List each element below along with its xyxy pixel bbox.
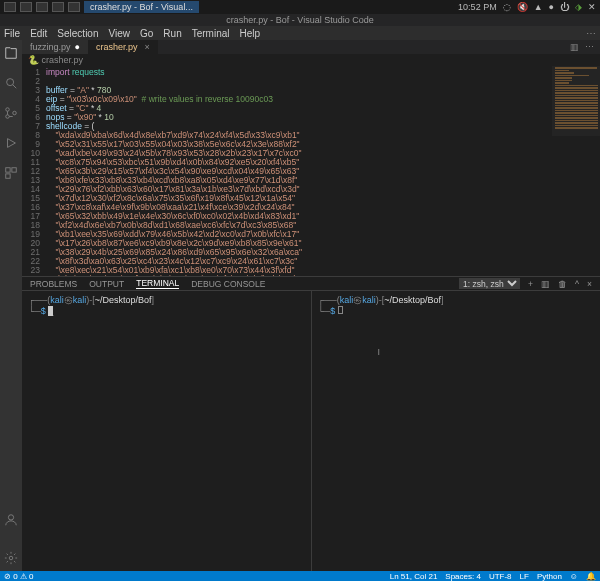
svg-point-2	[6, 115, 10, 119]
menu-view[interactable]: View	[109, 28, 131, 39]
window-title: crasher.py - Bof - Visual Studio Code	[0, 14, 600, 26]
activity-settings-icon[interactable]	[4, 551, 18, 565]
taskbar-app-vscode[interactable]: crasher.py - Bof - Visual...	[84, 1, 199, 13]
menu-selection[interactable]: Selection	[57, 28, 98, 39]
tray-icon[interactable]: ▲	[534, 2, 543, 12]
activity-account-icon[interactable]	[4, 513, 18, 527]
menu-bar: File Edit Selection View Go Run Terminal…	[0, 26, 600, 40]
svg-rect-4	[6, 168, 10, 172]
terminal-selector[interactable]: 1: zsh, zsh	[459, 278, 520, 289]
status-eol[interactable]: LF	[520, 572, 529, 581]
terminal-prompt: ┌──(kali㉿kali)-[~/Desktop/Bof]	[28, 295, 305, 306]
modified-dot-icon: ●	[75, 40, 80, 54]
minimap[interactable]	[552, 66, 600, 136]
code-editor[interactable]: 1234567891011121314151617181920212223242…	[22, 66, 600, 276]
breadcrumb[interactable]: 🐍 crasher.py	[22, 54, 600, 66]
tray-icon[interactable]: ✕	[588, 2, 596, 12]
panel-tabs: PROBLEMS OUTPUT TERMINAL DEBUG CONSOLE 1…	[22, 277, 600, 291]
svg-point-7	[8, 515, 13, 520]
menu-edit[interactable]: Edit	[30, 28, 47, 39]
terminal-container: ┌──(kali㉿kali)-[~/Desktop/Bof] └─$ _ ┌──…	[22, 291, 600, 571]
activity-explorer-icon[interactable]	[4, 46, 18, 60]
tray-icon[interactable]: ⏻	[560, 2, 569, 12]
taskbar-left: crasher.py - Bof - Visual...	[4, 1, 199, 13]
taskbar-right: 10:52 PM ◌ 🔇 ▲ ● ⏻ ⬗ ✕	[458, 2, 596, 12]
bottom-panel: PROBLEMS OUTPUT TERMINAL DEBUG CONSOLE 1…	[22, 276, 600, 571]
tray-icon[interactable]: ●	[549, 2, 554, 12]
taskbar-clock: 10:52 PM	[458, 2, 497, 12]
status-ln-col[interactable]: Ln 51, Col 21	[390, 572, 438, 581]
terminal-1[interactable]: ┌──(kali㉿kali)-[~/Desktop/Bof] └─$ _	[22, 291, 312, 571]
activity-scm-icon[interactable]	[4, 106, 18, 120]
status-spaces[interactable]: Spaces: 4	[445, 572, 481, 581]
menu-file[interactable]: File	[4, 28, 20, 39]
tab-actions: ▥ ⋯	[570, 42, 600, 52]
taskbar-icon[interactable]	[52, 2, 64, 12]
more-icon[interactable]: ⋯	[585, 42, 594, 52]
status-bar: ⊘ 0 ⚠ 0 Ln 51, Col 21 Spaces: 4 UTF-8 LF…	[0, 571, 600, 581]
tray-icon[interactable]: ◌	[503, 2, 511, 12]
menu-overflow-icon[interactable]: ⋯	[586, 28, 596, 39]
terminal-prompt-line: └─$ _	[28, 306, 305, 317]
split-editor-icon[interactable]: ▥	[570, 42, 579, 52]
close-icon[interactable]: ×	[145, 40, 150, 54]
svg-point-0	[7, 79, 14, 86]
terminal-prompt: ┌──(kali㉿kali)-[~/Desktop/Bof]	[318, 295, 595, 306]
editor-tabs: fuzzing.py● crasher.py× ▥ ⋯	[22, 40, 600, 54]
menu-run[interactable]: Run	[163, 28, 181, 39]
taskbar-icon[interactable]	[36, 2, 48, 12]
kill-terminal-icon[interactable]: 🗑	[558, 279, 567, 289]
code-content[interactable]: import requests buffer = "A" * 780eip = …	[46, 66, 600, 276]
tray-icon[interactable]: 🔇	[517, 2, 528, 12]
maximize-panel-icon[interactable]: ^	[575, 279, 579, 289]
menu-go[interactable]: Go	[140, 28, 153, 39]
activity-debug-icon[interactable]	[4, 136, 18, 150]
line-numbers: 1234567891011121314151617181920212223242…	[22, 66, 46, 276]
status-bell-icon[interactable]: 🔔	[586, 572, 596, 581]
status-encoding[interactable]: UTF-8	[489, 572, 512, 581]
taskbar-icon[interactable]	[20, 2, 32, 12]
close-panel-icon[interactable]: ×	[587, 279, 592, 289]
svg-point-8	[9, 556, 13, 560]
tab-fuzzing[interactable]: fuzzing.py●	[22, 40, 88, 54]
os-taskbar: crasher.py - Bof - Visual... 10:52 PM ◌ …	[0, 0, 600, 14]
status-language[interactable]: Python	[537, 572, 562, 581]
taskbar-icon[interactable]	[68, 2, 80, 12]
terminal-2[interactable]: ┌──(kali㉿kali)-[~/Desktop/Bof] └─$ I	[312, 291, 601, 571]
panel-tab-problems[interactable]: PROBLEMS	[30, 279, 77, 289]
svg-point-3	[13, 111, 17, 115]
panel-tab-terminal[interactable]: TERMINAL	[136, 278, 179, 289]
menu-terminal[interactable]: Terminal	[192, 28, 230, 39]
menu-help[interactable]: Help	[240, 28, 261, 39]
activity-bar	[0, 40, 22, 571]
breadcrumb-label: crasher.py	[42, 55, 84, 65]
tray-icon[interactable]: ⬗	[575, 2, 582, 12]
status-errors[interactable]: ⊘ 0 ⚠ 0	[4, 572, 34, 581]
svg-point-1	[6, 108, 10, 112]
status-feedback-icon[interactable]: ☺	[570, 572, 578, 581]
activity-search-icon[interactable]	[4, 76, 18, 90]
panel-tab-debug[interactable]: DEBUG CONSOLE	[191, 279, 265, 289]
new-terminal-icon[interactable]: +	[528, 279, 533, 289]
text-cursor-icon: I	[378, 347, 595, 358]
taskbar-icon[interactable]	[4, 2, 16, 12]
activity-extensions-icon[interactable]	[4, 166, 18, 180]
tab-crasher[interactable]: crasher.py×	[88, 40, 158, 54]
svg-rect-5	[12, 168, 16, 172]
terminal-prompt-line: └─$	[318, 306, 595, 317]
split-terminal-icon[interactable]: ▥	[541, 279, 550, 289]
tab-label: crasher.py	[96, 40, 138, 54]
tab-label: fuzzing.py	[30, 40, 71, 54]
svg-rect-6	[6, 174, 10, 178]
panel-tab-output[interactable]: OUTPUT	[89, 279, 124, 289]
